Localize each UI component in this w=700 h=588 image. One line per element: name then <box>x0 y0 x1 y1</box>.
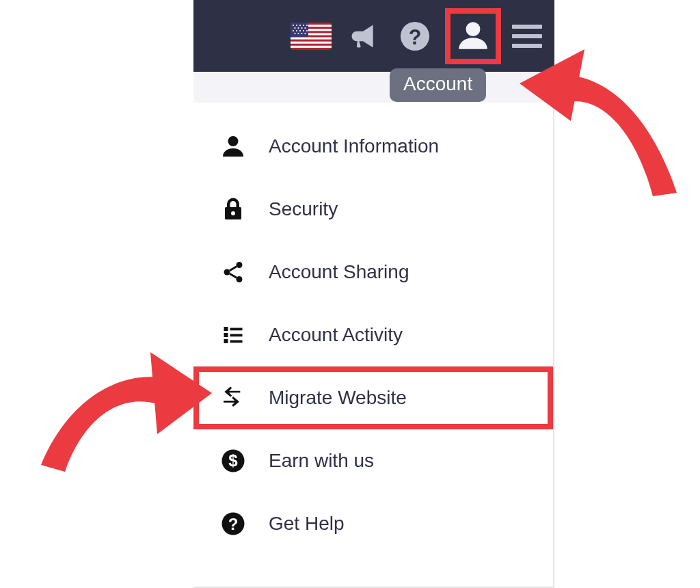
svg-point-10 <box>299 24 301 25</box>
svg-point-30 <box>237 262 243 268</box>
svg-point-24 <box>301 32 302 34</box>
svg-rect-35 <box>224 339 228 343</box>
lock-icon <box>221 196 254 223</box>
list-icon <box>221 321 254 349</box>
toolbar-strip <box>193 72 554 103</box>
svg-point-12 <box>306 24 308 25</box>
swap-arrows-icon <box>221 384 254 412</box>
svg-rect-34 <box>224 333 228 337</box>
menu-item-label: Get Help <box>269 513 345 535</box>
menu-item-security[interactable]: Security <box>193 178 553 241</box>
menu-item-migrate-website[interactable]: Migrate Website <box>193 366 553 429</box>
svg-text:?: ? <box>409 25 422 48</box>
svg-point-19 <box>299 29 301 31</box>
account-tooltip: Account <box>390 68 486 102</box>
help-icon[interactable]: ? <box>394 16 435 57</box>
flag-usa-icon[interactable] <box>291 23 332 50</box>
svg-rect-4 <box>291 37 332 39</box>
svg-text:?: ? <box>228 515 239 533</box>
svg-point-8 <box>293 24 294 25</box>
menu-item-label: Migrate Website <box>269 387 407 409</box>
hamburger-icon[interactable] <box>512 25 542 48</box>
svg-rect-33 <box>224 327 228 331</box>
svg-rect-38 <box>230 340 243 343</box>
account-button-highlight <box>445 8 501 64</box>
svg-point-18 <box>296 29 297 31</box>
svg-point-13 <box>294 27 295 28</box>
svg-point-28 <box>466 22 481 36</box>
megaphone-icon[interactable] <box>342 16 383 57</box>
account-icon[interactable] <box>456 18 490 55</box>
svg-point-16 <box>304 27 306 28</box>
menu-item-label: Account Sharing <box>269 261 409 283</box>
menu-item-label: Account Activity <box>269 324 403 346</box>
svg-point-9 <box>296 24 297 25</box>
help-circle-icon: ? <box>221 510 254 537</box>
svg-point-31 <box>224 269 230 276</box>
svg-point-29 <box>228 136 239 146</box>
svg-point-20 <box>303 29 304 31</box>
svg-rect-36 <box>230 328 243 331</box>
svg-point-11 <box>303 24 304 25</box>
svg-rect-6 <box>291 45 332 47</box>
menu-item-account-sharing[interactable]: Account Sharing <box>193 241 553 304</box>
annotation-arrow-left <box>27 335 212 492</box>
svg-point-23 <box>297 32 299 34</box>
menu-item-account-information[interactable]: Account Information <box>193 115 553 178</box>
menu-item-get-help[interactable]: ? Get Help <box>193 492 553 555</box>
menu-item-account-activity[interactable]: Account Activity <box>193 304 553 366</box>
svg-point-32 <box>237 276 243 282</box>
svg-rect-37 <box>230 334 243 337</box>
svg-point-15 <box>301 27 302 28</box>
svg-point-21 <box>306 29 308 31</box>
svg-point-22 <box>294 32 295 34</box>
account-menu: Account Information Security Account Sha… <box>193 103 553 555</box>
svg-rect-5 <box>291 41 332 43</box>
menu-item-earn-with-us[interactable]: $ Earn with us <box>193 429 553 492</box>
top-bar: ? <box>193 0 554 72</box>
dollar-circle-icon: $ <box>221 447 254 475</box>
menu-item-label: Account Information <box>269 135 439 157</box>
svg-point-14 <box>297 27 299 28</box>
person-icon <box>221 133 254 160</box>
svg-text:$: $ <box>228 451 238 470</box>
share-icon <box>221 258 254 286</box>
menu-item-label: Earn with us <box>269 450 374 472</box>
svg-point-25 <box>304 32 306 34</box>
account-menu-panel: Account Information Security Account Sha… <box>193 103 554 588</box>
menu-item-label: Security <box>269 198 338 220</box>
svg-point-17 <box>293 29 294 31</box>
